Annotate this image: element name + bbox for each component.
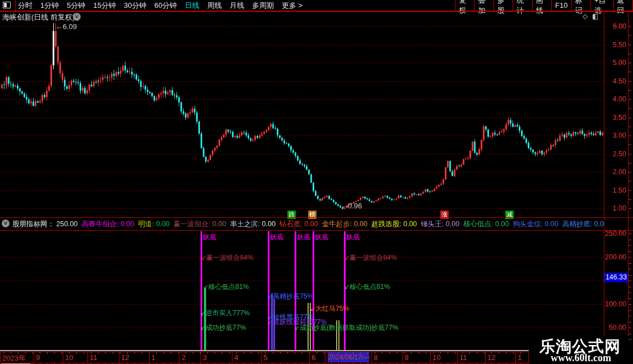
axis-tick — [629, 199, 631, 200]
indicator-value: 0.00 — [120, 220, 134, 228]
axis-tick — [629, 127, 631, 127]
indicator-chip[interactable]: 赢一波组合: 0.00 — [174, 220, 226, 229]
axis-tick — [440, 352, 441, 354]
period-tab-60分钟[interactable]: 60分钟 — [154, 1, 176, 11]
axis-tick — [484, 352, 485, 354]
signal-label: ↙核心低点81% — [203, 282, 249, 292]
period-tab-多周期[interactable]: 多周期 — [252, 1, 274, 11]
axis-tick — [178, 352, 179, 354]
axis-tick — [338, 352, 339, 354]
axis-tick — [629, 304, 631, 305]
indicator-chip[interactable]: 狗头金综: 0.00 — [513, 220, 558, 229]
month-separator — [87, 352, 88, 363]
divider — [15, 0, 16, 11]
split-pane-icon[interactable]: ◧ — [592, 12, 598, 20]
tool-button-+自选[interactable]: +自选 — [590, 0, 613, 11]
month-separator — [34, 352, 34, 363]
indicator-value: 0.00 — [262, 220, 276, 228]
page-title[interactable]: 海峡创新(日线 前复权) — [2, 12, 75, 22]
indicator-chip[interactable]: 明道: 0.00 — [138, 220, 170, 229]
axis-tick — [215, 352, 215, 354]
indicator-chip[interactable]: 高春牛组合: 0.00 — [82, 220, 134, 229]
indicator-chip[interactable]: 率土之滨: 0.00 — [230, 220, 276, 229]
axis-tick — [62, 352, 62, 354]
period-tab-5分钟[interactable]: 5分钟 — [67, 1, 85, 11]
signal-tag: 妖底 — [346, 232, 360, 242]
axis-tick — [353, 352, 353, 354]
toolbar-divider — [0, 11, 633, 12]
current-value-marker: 146.33 — [604, 273, 628, 282]
tool-button-多股[interactable]: 多股 — [494, 0, 513, 11]
tool-button-F10[interactable]: F10 — [551, 0, 571, 11]
axis-tick — [309, 352, 310, 354]
tool-button-返回[interactable]: 返回 — [613, 0, 633, 11]
diamond-icon[interactable]: ◇ — [583, 12, 588, 20]
month-separator — [371, 352, 372, 363]
indicator-name: 金牛起步: — [322, 220, 354, 228]
axis-tick — [629, 251, 631, 252]
indicator-chip[interactable]: 超跌选股: 0.00 — [371, 220, 417, 229]
axis-tick — [629, 72, 631, 72]
candlestick-chart-canvas[interactable] — [0, 0, 604, 218]
tool-button-统计[interactable]: 统计 — [513, 0, 532, 11]
indicator-chip[interactable]: 金牛起步: 0.00 — [322, 220, 367, 229]
high-price-annotation: ←6.09 — [55, 22, 77, 31]
axis-tick — [54, 352, 55, 354]
axis-tick — [244, 352, 244, 354]
axis-tick — [91, 352, 91, 354]
axis-tick — [207, 352, 208, 354]
period-tab-更多 >[interactable]: 更多 > — [282, 1, 302, 11]
month-label-4: 4 — [234, 353, 238, 362]
indicator-chip[interactable]: 核心低点: 0.00 — [463, 220, 509, 229]
month-separator — [201, 352, 201, 363]
axis-tick — [156, 352, 157, 354]
axis-tick — [98, 352, 99, 354]
indicator-chip[interactable]: 高精抄底: 0.00 — [562, 220, 604, 229]
tool-button-叠加[interactable]: 叠加 — [474, 0, 493, 11]
indicator-chip[interactable]: 钻石底: 0.00 — [280, 220, 318, 229]
panel-price-label: 250.00 — [605, 230, 626, 237]
layout-icon[interactable] — [3, 2, 11, 8]
chevron-down-icon[interactable]: ˅ — [73, 13, 81, 21]
axis-tick — [462, 352, 463, 354]
tool-button-标记[interactable]: 标记 — [571, 0, 590, 11]
axis-tick — [331, 352, 332, 354]
tool-button-复权[interactable]: 复权 — [455, 0, 474, 11]
axis-tick — [229, 352, 230, 354]
indicator-name: 核心低点: — [463, 220, 495, 228]
axis-tick — [629, 275, 631, 276]
month-separator — [232, 352, 232, 363]
month-label-5: 5 — [263, 353, 267, 362]
signal-label: ↙核心低点81% — [344, 282, 390, 292]
month-separator — [119, 352, 119, 363]
period-tab-日线[interactable]: 日线 — [185, 1, 199, 11]
month-separator — [63, 352, 63, 363]
period-tab-15分钟[interactable]: 15分钟 — [93, 1, 115, 11]
axis-tick — [382, 352, 383, 354]
price-label: 4.50 — [605, 77, 626, 85]
divider — [0, 230, 633, 231]
indicator-chip[interactable]: 股朋指标网： 250.00 — [12, 220, 78, 229]
period-tab-月线[interactable]: 月线 — [230, 1, 244, 11]
axis-tick — [134, 352, 135, 354]
tool-button-画线[interactable]: 画线 — [532, 0, 551, 11]
signal-label: ↙赢一波组合84% — [344, 253, 397, 263]
axis-tick — [222, 352, 222, 354]
price-label: 5.50 — [605, 41, 626, 49]
axis-tick — [629, 45, 631, 45]
axis-tick — [69, 352, 69, 354]
indicator-value: 0.00 — [446, 220, 459, 228]
axis-tick — [629, 81, 631, 82]
period-tab-分时[interactable]: 分时 — [18, 1, 32, 11]
indicator-chip[interactable]: 锤头王: 0.00 — [421, 220, 459, 229]
axis-tick — [200, 352, 201, 354]
axis-tick — [280, 352, 281, 354]
period-tab-周线[interactable]: 周线 — [207, 1, 222, 11]
month-label-11: 11 — [90, 353, 97, 362]
period-tab-1分钟[interactable]: 1分钟 — [40, 1, 59, 11]
axis-tick — [448, 352, 448, 354]
period-tab-30分钟[interactable]: 30分钟 — [124, 1, 146, 11]
signal-tag: 妖底 — [203, 232, 216, 242]
price-label: 1.00 — [605, 204, 626, 212]
month-label-2023年: 2023年 — [2, 353, 26, 363]
